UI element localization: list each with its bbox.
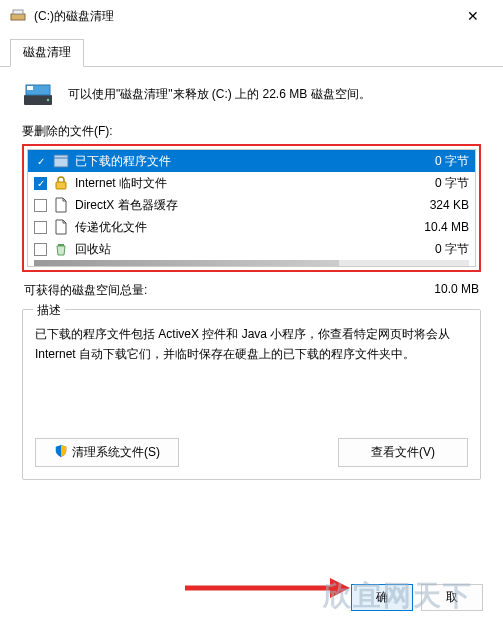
svg-rect-1 [13, 10, 23, 14]
scroll-indicator[interactable] [34, 260, 469, 266]
total-value: 10.0 MB [434, 282, 479, 299]
file-row[interactable]: 回收站0 字节 [28, 238, 475, 260]
file-list[interactable]: ✓已下载的程序文件0 字节✓Internet 临时文件0 字节DirectX 着… [27, 149, 476, 267]
file-checkbox[interactable] [34, 199, 47, 212]
files-label: 要删除的文件(F): [22, 123, 481, 140]
file-type-icon [53, 241, 69, 257]
svg-point-5 [47, 99, 49, 101]
footer-buttons: 确 取 [351, 584, 483, 611]
svg-rect-4 [27, 86, 33, 90]
total-row: 可获得的磁盘空间总量: 10.0 MB [22, 282, 481, 299]
svg-rect-8 [56, 182, 66, 189]
content-area: 可以使用"磁盘清理"来释放 (C:) 上的 22.6 MB 磁盘空间。 要删除的… [0, 67, 503, 480]
file-size: 324 KB [409, 198, 469, 212]
file-row[interactable]: ✓Internet 临时文件0 字节 [28, 172, 475, 194]
svg-rect-0 [11, 14, 25, 20]
description-group: 描述 已下载的程序文件包括 ActiveX 控件和 Java 小程序，你查看特定… [22, 309, 481, 480]
view-files-label: 查看文件(V) [371, 444, 435, 461]
annotation-arrow [180, 573, 350, 603]
tab-row: 磁盘清理 [0, 38, 503, 67]
file-checkbox[interactable]: ✓ [34, 155, 47, 168]
drive-icon [22, 83, 54, 109]
file-type-icon [53, 197, 69, 213]
window-title: (C:)的磁盘清理 [34, 8, 453, 25]
titlebar: (C:)的磁盘清理 ✕ [0, 0, 503, 32]
file-name: 回收站 [75, 241, 409, 258]
close-button[interactable]: ✕ [453, 8, 493, 24]
file-list-highlight: ✓已下载的程序文件0 字节✓Internet 临时文件0 字节DirectX 着… [22, 144, 481, 272]
file-checkbox[interactable] [34, 221, 47, 234]
file-row[interactable]: ✓已下载的程序文件0 字节 [28, 150, 475, 172]
intro-row: 可以使用"磁盘清理"来释放 (C:) 上的 22.6 MB 磁盘空间。 [22, 83, 481, 109]
file-name: 传递优化文件 [75, 219, 409, 236]
shield-icon [54, 444, 68, 461]
file-size: 0 字节 [409, 175, 469, 192]
ok-button[interactable]: 确 [351, 584, 413, 611]
button-row: 清理系统文件(S) 查看文件(V) [35, 438, 468, 467]
svg-marker-11 [330, 578, 350, 598]
description-text: 已下载的程序文件包括 ActiveX 控件和 Java 小程序，你查看特定网页时… [35, 324, 468, 408]
clean-system-files-label: 清理系统文件(S) [72, 444, 160, 461]
file-type-icon [53, 153, 69, 169]
view-files-button[interactable]: 查看文件(V) [338, 438, 468, 467]
svg-rect-6 [54, 155, 68, 167]
drive-icon-small [10, 8, 26, 24]
clean-system-files-button[interactable]: 清理系统文件(S) [35, 438, 179, 467]
svg-rect-9 [58, 244, 64, 246]
file-row[interactable]: DirectX 着色器缓存324 KB [28, 194, 475, 216]
file-type-icon [53, 175, 69, 191]
cancel-button[interactable]: 取 [421, 584, 483, 611]
file-type-icon [53, 219, 69, 235]
file-checkbox[interactable]: ✓ [34, 177, 47, 190]
file-name: 已下载的程序文件 [75, 153, 409, 170]
file-name: Internet 临时文件 [75, 175, 409, 192]
file-size: 0 字节 [409, 153, 469, 170]
file-checkbox[interactable] [34, 243, 47, 256]
intro-text: 可以使用"磁盘清理"来释放 (C:) 上的 22.6 MB 磁盘空间。 [68, 83, 371, 103]
file-row[interactable]: 传递优化文件10.4 MB [28, 216, 475, 238]
total-label: 可获得的磁盘空间总量: [24, 282, 147, 299]
file-name: DirectX 着色器缓存 [75, 197, 409, 214]
file-size: 0 字节 [409, 241, 469, 258]
tab-disk-cleanup[interactable]: 磁盘清理 [10, 39, 84, 67]
file-size: 10.4 MB [409, 220, 469, 234]
description-group-label: 描述 [33, 302, 65, 319]
